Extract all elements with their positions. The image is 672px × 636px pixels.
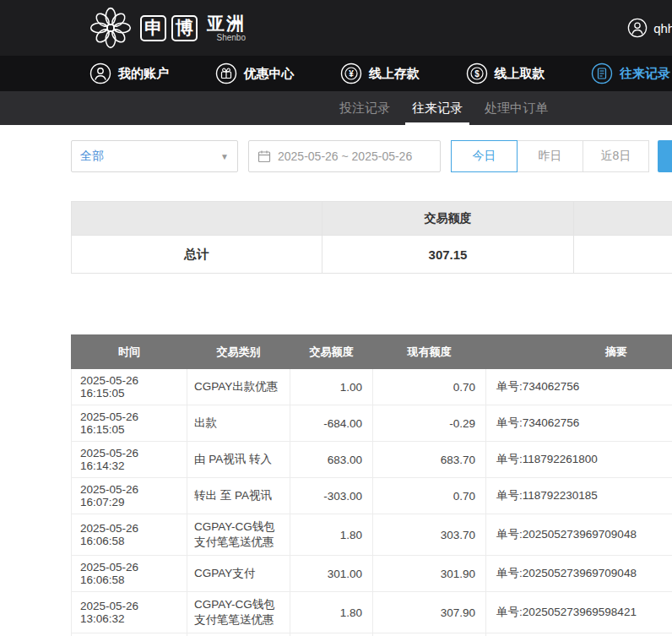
amount-cell: 1.80 [290,514,373,556]
amount-cell: 683.00 [290,442,373,478]
nav-item-label: 我的账户 [118,66,169,82]
quick-filter-last8days[interactable]: 近8日 [583,140,649,172]
calendar-icon [257,149,271,163]
type-cell: CGPAY-CG钱包支付笔笔送优惠 [187,592,290,633]
balance-cell: 306.10 [373,633,486,636]
nav-item-my-account[interactable]: 我的账户 [89,63,169,84]
nav-item-withdraw[interactable]: $ 线上取款 [466,63,545,84]
type-cell: 转出 至 PA视讯 [187,478,290,514]
amount-cell: -303.00 [290,478,373,514]
table-row: 2025-05-26 13:06:32CGPAY-CG钱包支付笔笔送优惠1.80… [72,592,672,633]
table-row: 2025-05-26 16:15:05CGPAY出款优惠1.000.70单号:7… [72,369,672,405]
balance-cell: -0.29 [373,405,486,442]
table-row: 2025-05-26 16:06:58CGPAY-CG钱包支付笔笔送优惠1.80… [72,514,672,556]
tab-transaction-records[interactable]: 往来记录 [412,91,463,125]
nav-item-promotions[interactable]: 优惠中心 [215,63,295,84]
balance-cell: 0.70 [373,369,486,405]
table-row: 2025-05-26 16:06:58CGPAY支付301.00301.90单号… [72,556,672,592]
logo-region: 亚洲 Shenbo [207,14,246,42]
summary-cell: 单号:202505273969598421 [486,592,672,633]
summary-cell: 单号:118792230185 [486,478,672,514]
filter-bar: 全部 ▼ 2025-05-26 ~ 2025-05-26 今日 昨日 近8日 [71,140,672,172]
summary-empty-cell [574,236,672,274]
transactions-body: 2025-05-26 16:15:05CGPAY出款优惠1.000.70单号:7… [72,369,672,636]
summary-cell: 单号:734062756 [486,405,672,442]
table-row: 2025-05-26 16:07:29转出 至 PA视讯-303.000.70单… [72,478,672,514]
subnav-tabs: 投注记录 往来记录 处理中订单 [0,91,672,125]
nav-item-label: 线上取款 [495,66,545,82]
type-select[interactable]: 全部 ▼ [71,140,238,172]
time-cell: 2025-05-26 13:06:32 [72,592,187,633]
table-row: 2025-05-26 16:14:32由 PA视讯 转入683.00683.70… [72,442,672,478]
amount-cell: 301.00 [290,556,373,592]
tab-pending-orders[interactable]: 处理中订单 [485,91,548,125]
chevron-down-icon: ▼ [220,152,229,161]
balance-cell: 0.70 [373,478,486,514]
summary-cell: 单号:202505273969709048 [486,556,672,592]
summary-header-row: 交易额度 [72,202,672,236]
summary-header-empty [72,202,322,236]
summary-total-label: 总计 [72,236,322,274]
logo-subbrand-text: Shenbo [207,33,246,42]
svg-text:¥: ¥ [349,69,354,79]
search-button[interactable] [658,140,672,172]
type-cell: CGPAY支付 [187,633,290,636]
balance-cell: 683.70 [373,442,486,478]
nav-item-label: 线上存款 [369,66,420,82]
logo-char-shen: 申 [140,15,166,41]
nav-item-label: 优惠中心 [244,66,295,82]
withdraw-coin-icon: $ [466,63,488,84]
top-header: 申 博 亚洲 Shenbo qhhw [0,0,672,56]
user-name: qhhw [653,21,672,35]
transactions-header-row: 时间 交易类别 交易额度 现有额度 摘要 [72,335,672,369]
date-range-input[interactable]: 2025-05-26 ~ 2025-05-26 [248,140,441,172]
tab-betting-records[interactable]: 投注记录 [339,91,390,125]
amount-cell: 300.00 [290,633,373,636]
time-cell: 2025-05-26 16:07:29 [72,478,187,514]
type-cell: 出款 [187,405,290,442]
user-avatar-icon [627,18,648,38]
records-icon [591,63,613,84]
date-range-value: 2025-05-26 ~ 2025-05-26 [278,149,412,163]
transactions-table: 时间 交易类别 交易额度 现有额度 摘要 2025-05-26 16:15:05… [71,334,672,636]
time-cell: 2025-05-26 16:06:58 [72,556,187,592]
summary-cell: 单号:734062756 [486,369,672,405]
amount-cell: 1.80 [290,592,373,633]
nav-item-deposit[interactable]: ¥ 线上存款 [340,63,420,84]
lotus-flower-icon [88,5,133,51]
gift-icon [215,63,237,84]
deposit-coin-icon: ¥ [340,63,362,84]
summary-table: 交易额度 总计 307.15 [71,201,672,274]
summary-cell: 单号:118792261800 [486,442,672,478]
quick-filter-today[interactable]: 今日 [451,140,518,172]
time-cell: 2025-05-26 16:15:05 [72,369,187,405]
type-select-value: 全部 [80,149,104,164]
type-cell: 由 PA视讯 转入 [187,442,290,478]
time-cell: 2025-05-26 16:06:58 [72,514,187,556]
type-cell: CGPAY支付 [187,556,290,592]
main-nav: 我的账户 优惠中心 ¥ 线上存款 $ 线上取款 [0,56,672,91]
column-header-time: 时间 [72,335,187,369]
logo-char-bo: 博 [171,15,198,41]
balance-cell: 301.90 [373,556,486,592]
time-cell: 2025-05-26 13:06:32 [72,633,187,636]
quick-filter-yesterday[interactable]: 昨日 [517,140,583,172]
logo-region-text: 亚洲 [207,14,246,33]
type-cell: CGPAY-CG钱包支付笔笔送优惠 [187,514,290,556]
user-icon [89,63,111,84]
time-cell: 2025-05-26 16:15:05 [72,405,187,442]
nav-item-transactions[interactable]: 往来记录 [591,63,670,84]
amount-cell: -684.00 [290,405,373,442]
balance-cell: 303.70 [373,514,486,556]
balance-cell: 307.90 [373,592,486,633]
column-header-summary: 摘要 [486,335,672,369]
summary-total-row: 总计 307.15 [72,236,672,274]
brand-logo: 申 博 亚洲 Shenbo [88,5,246,51]
column-header-amount: 交易额度 [290,335,373,369]
summary-total-value: 307.15 [322,236,574,274]
column-header-type: 交易类别 [187,335,290,369]
summary-header-amount: 交易额度 [322,202,574,236]
user-account[interactable]: qhhw [627,0,672,56]
svg-text:$: $ [474,69,480,79]
amount-cell: 1.00 [290,369,373,405]
